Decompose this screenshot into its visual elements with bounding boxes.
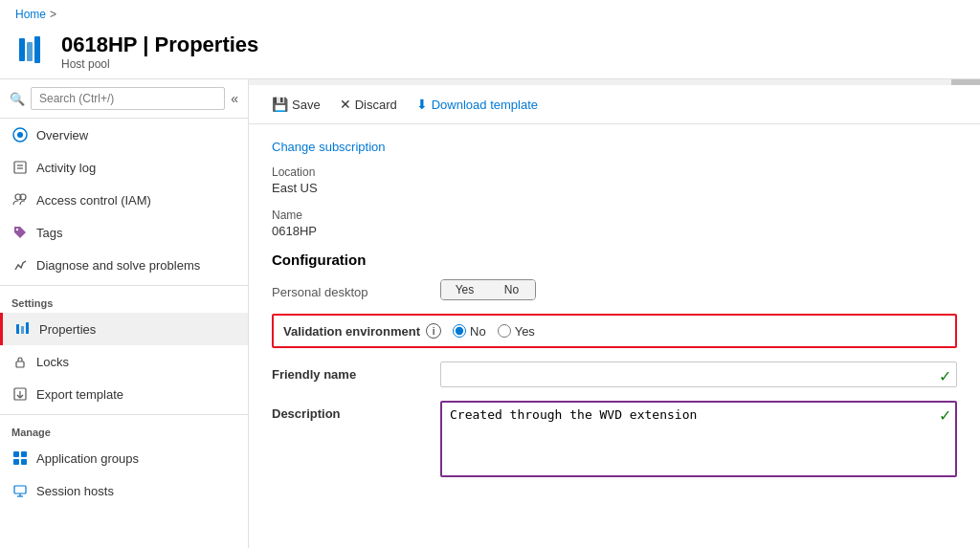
sidebar-item-properties-label: Properties xyxy=(39,322,96,337)
sidebar-item-diagnose[interactable]: Diagnose and solve problems xyxy=(0,249,248,281)
friendly-name-row: Friendly name ✓ xyxy=(272,362,957,387)
validation-radio-group: No Yes xyxy=(453,324,535,339)
top-scrollbar-thumb xyxy=(951,79,980,85)
sidebar-item-activity-log[interactable]: Activity log xyxy=(0,151,248,184)
name-value: 0618HP xyxy=(272,224,957,238)
tags-icon xyxy=(11,224,29,241)
form-content: Change subscription Location East US Nam… xyxy=(249,124,980,509)
svg-rect-1 xyxy=(27,42,33,61)
validation-yes-radio[interactable] xyxy=(498,324,511,338)
svg-rect-12 xyxy=(21,326,24,334)
friendly-name-label: Friendly name xyxy=(272,362,425,382)
sidebar-collapse-button[interactable]: « xyxy=(231,91,238,106)
breadcrumb-home[interactable]: Home xyxy=(15,8,46,21)
description-check-icon: ✓ xyxy=(939,406,951,425)
svg-rect-13 xyxy=(26,322,29,334)
properties-icon xyxy=(14,320,32,338)
host-pool-icon xyxy=(15,33,50,67)
description-label: Description xyxy=(272,401,425,421)
svg-point-10 xyxy=(16,229,18,230)
personal-desktop-yes[interactable]: Yes xyxy=(441,280,488,299)
sidebar-item-properties[interactable]: Properties xyxy=(0,313,248,345)
svg-rect-5 xyxy=(14,162,26,173)
application-groups-icon xyxy=(11,449,29,467)
friendly-name-check-icon: ✓ xyxy=(939,367,951,385)
sidebar-item-tags-label: Tags xyxy=(36,226,62,240)
name-field-group: Name 0618HP xyxy=(272,208,957,238)
search-icon: 🔍 xyxy=(10,92,25,106)
discard-label: Discard xyxy=(355,98,397,112)
validation-yes-label: Yes xyxy=(515,324,535,339)
sidebar-item-activity-log-label: Activity log xyxy=(36,161,96,175)
validation-environment-row: Validation environment i No Yes xyxy=(272,314,957,348)
personal-desktop-toggle[interactable]: Yes No xyxy=(440,279,536,300)
save-label: Save xyxy=(292,98,321,112)
location-field-group: Location East US xyxy=(272,165,957,195)
validation-info-icon[interactable]: i xyxy=(426,323,441,339)
download-icon: ⬇ xyxy=(416,97,428,112)
sidebar-item-locks[interactable]: Locks xyxy=(0,345,248,378)
friendly-name-input-container: ✓ xyxy=(440,362,957,387)
name-label: Name xyxy=(272,208,957,222)
personal-desktop-no[interactable]: No xyxy=(488,280,535,299)
validation-no-label: No xyxy=(470,324,486,339)
content-area: 💾 Save ✕ Discard ⬇ Download template Cha… xyxy=(249,79,980,548)
activity-log-icon xyxy=(11,159,29,176)
access-control-icon xyxy=(11,191,29,208)
discard-icon: ✕ xyxy=(340,97,351,112)
change-subscription-link[interactable]: Change subscription xyxy=(272,140,386,154)
sidebar-item-overview[interactable]: Overview xyxy=(0,119,248,151)
sidebar: 🔍 « Overview Activity log Access control… xyxy=(0,79,249,548)
personal-desktop-row: Personal desktop Yes No xyxy=(272,279,957,300)
search-input[interactable] xyxy=(31,87,225,110)
top-scrollbar xyxy=(249,79,980,85)
settings-section-label: Settings xyxy=(0,285,248,313)
sidebar-item-tags[interactable]: Tags xyxy=(0,216,248,249)
personal-desktop-label: Personal desktop xyxy=(272,279,425,299)
validation-yes-option[interactable]: Yes xyxy=(498,324,535,339)
sidebar-item-session-hosts[interactable]: Session hosts xyxy=(0,474,248,507)
breadcrumb-sep: > xyxy=(50,8,56,21)
diagnose-icon xyxy=(11,256,29,274)
page-title: 0618HP | Properties xyxy=(61,33,258,57)
sidebar-item-access-control-label: Access control (IAM) xyxy=(36,193,151,208)
svg-point-4 xyxy=(17,132,23,138)
export-template-icon xyxy=(11,385,29,403)
svg-rect-14 xyxy=(16,362,24,367)
friendly-name-input[interactable] xyxy=(440,362,957,387)
description-row: Description Created through the WVD exte… xyxy=(272,401,957,480)
page-header-text: 0618HP | Properties Host pool xyxy=(61,33,258,71)
save-button[interactable]: 💾 Save xyxy=(264,93,328,116)
location-label: Location xyxy=(272,165,957,179)
download-label: Download template xyxy=(432,98,538,112)
save-icon: 💾 xyxy=(272,97,288,112)
sidebar-item-application-groups-label: Application groups xyxy=(36,451,139,466)
validation-no-option[interactable]: No xyxy=(453,324,486,339)
validation-no-radio[interactable] xyxy=(453,324,466,338)
svg-rect-2 xyxy=(34,36,40,63)
validation-environment-label: Validation environment i xyxy=(283,323,441,339)
sidebar-search-container: 🔍 « xyxy=(0,79,248,119)
location-value: East US xyxy=(272,181,957,195)
locks-icon xyxy=(11,353,29,370)
sidebar-item-export-template-label: Export template xyxy=(36,387,123,402)
sidebar-item-locks-label: Locks xyxy=(36,355,69,369)
description-textarea[interactable]: Created through the WVD extension xyxy=(440,401,957,477)
download-template-button[interactable]: ⬇ Download template xyxy=(409,93,546,116)
sidebar-item-export-template[interactable]: Export template xyxy=(0,378,248,410)
discard-button[interactable]: ✕ Discard xyxy=(332,93,405,116)
sidebar-item-session-hosts-label: Session hosts xyxy=(36,484,114,498)
svg-rect-11 xyxy=(16,324,19,334)
session-hosts-icon xyxy=(11,482,29,499)
svg-rect-21 xyxy=(13,459,19,465)
breadcrumb: Home > xyxy=(0,0,980,29)
sidebar-item-diagnose-label: Diagnose and solve problems xyxy=(36,258,200,273)
toolbar: 💾 Save ✕ Discard ⬇ Download template xyxy=(249,85,980,124)
sidebar-item-application-groups[interactable]: Application groups xyxy=(0,442,248,474)
sidebar-item-access-control[interactable]: Access control (IAM) xyxy=(0,184,248,216)
sidebar-item-overview-label: Overview xyxy=(36,128,88,142)
svg-rect-0 xyxy=(19,38,25,61)
svg-rect-20 xyxy=(21,451,27,457)
configuration-title: Configuration xyxy=(272,252,957,268)
svg-rect-19 xyxy=(13,451,19,457)
